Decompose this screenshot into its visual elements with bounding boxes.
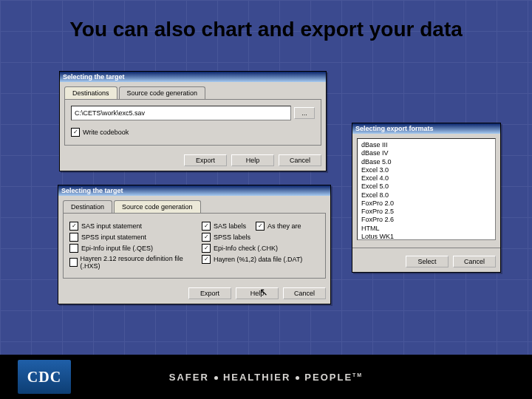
list-item[interactable]: FoxPro 2.6 [361, 216, 491, 224]
write-codebook-checkbox[interactable]: ✓ [71, 128, 80, 137]
astheyare-checkbox[interactable]: ✓ [256, 222, 265, 231]
titlebar: Selecting the target [60, 72, 326, 82]
tabstrip: Destination Source code generation [63, 200, 326, 214]
list-item[interactable]: Excel 4.0 [361, 174, 491, 183]
list-item[interactable]: dBase 5.0 [361, 158, 491, 166]
titlebar: Selecting the target [58, 185, 330, 196]
hayren-label: Hayren (%1,2) data file (.DAT) [214, 256, 302, 263]
export-button[interactable]: Export [188, 287, 231, 299]
dialog-export-formats: Selecting export formats dBase III dBase… [352, 123, 501, 273]
dot-icon [214, 376, 218, 380]
list-item[interactable]: FoxPro 2.5 [361, 208, 491, 216]
export-button[interactable]: Export [184, 154, 227, 166]
list-item[interactable]: dBase III [361, 141, 491, 149]
tagline-b: HEALTHIER [223, 372, 290, 383]
path-field[interactable]: C:\CETS\work\exc5.sav [71, 106, 291, 120]
browse-button[interactable]: ... [294, 107, 315, 119]
write-codebook-label: Write codebook [83, 129, 129, 136]
dialog-selecting-target-2: Selecting the target Destination Source … [58, 185, 331, 304]
hrs-label: Hayren 2.12 resource definition file (.H… [81, 255, 187, 270]
list-item[interactable]: FoxPro 2.0 [361, 200, 491, 208]
list-item[interactable]: Excel 3.0 [361, 166, 491, 174]
panel-source: ✓SAS input statement SPSS input statemen… [63, 214, 326, 279]
footer-bar: CDC SAFERHEALTHIERPEOPLETM [0, 355, 532, 399]
separator [352, 248, 500, 248]
list-item[interactable]: HTML [361, 225, 491, 233]
button-row: Export Help Cancel [58, 283, 330, 304]
epichk-label: Epi-Info check (.CHK) [214, 245, 278, 252]
tab-destinations[interactable]: Destinations [64, 86, 117, 99]
epi-checkbox[interactable] [69, 244, 78, 253]
tagline: SAFERHEALTHIERPEOPLETM [169, 372, 363, 383]
button-row: Export Help Cancel [60, 150, 326, 171]
col-right: ✓SAS labels ✓As they are ✓SPSS labels ✓E… [202, 219, 319, 272]
cancel-button[interactable]: Cancel [279, 154, 321, 166]
list-item[interactable]: dBase IV [361, 149, 491, 157]
dialog-selecting-target-1: Selecting the target Destinations Source… [59, 71, 327, 171]
spsslabels-label: SPSS labels [214, 233, 250, 241]
hrs-checkbox[interactable] [69, 258, 78, 267]
spss-label: SPSS input statement [81, 233, 146, 241]
dot-icon [296, 376, 299, 380]
list-item[interactable]: Excel 8.0 [361, 191, 491, 200]
hayren-checkbox[interactable]: ✓ [202, 255, 211, 264]
epi-label: Epi-Info input file (.QES) [81, 245, 153, 252]
tab-source-code[interactable]: Source code generation [119, 86, 206, 99]
trademark-icon: TM [352, 372, 363, 377]
sas-checkbox[interactable]: ✓ [69, 222, 78, 231]
slide: You can also chart and export your data … [0, 0, 532, 399]
format-listbox[interactable]: dBase III dBase IV dBase 5.0 Excel 3.0 E… [357, 138, 496, 240]
help-button[interactable]: Help [231, 154, 274, 166]
titlebar: Selecting export formats [352, 123, 500, 134]
saslabels-label: SAS labels [214, 222, 246, 230]
panel-destinations: C:\CETS\work\exc5.sav ... ✓ Write codebo… [64, 100, 321, 146]
slide-headline: You can also chart and export your data [0, 16, 532, 42]
list-item[interactable]: Lotus WK1 [361, 233, 491, 240]
astheyare-label: As they are [267, 222, 301, 230]
tab-destination[interactable]: Destination [63, 200, 112, 213]
cdc-logo: CDC [18, 360, 71, 394]
cursor-icon: ↖ [259, 286, 268, 298]
select-button[interactable]: Select [406, 256, 449, 267]
tagline-c: PEOPLE [304, 372, 352, 383]
tab-source-code[interactable]: Source code generation [114, 200, 201, 213]
cancel-button[interactable]: Cancel [453, 256, 496, 267]
spss-checkbox[interactable] [69, 233, 78, 242]
help-button[interactable]: Help [236, 287, 279, 299]
tagline-a: SAFER [169, 372, 209, 383]
sas-label: SAS input statement [81, 222, 142, 230]
tabstrip: Destinations Source code generation [64, 86, 321, 100]
saslabels-checkbox[interactable]: ✓ [202, 222, 211, 231]
spsslabels-checkbox[interactable]: ✓ [202, 233, 211, 242]
epichk-checkbox[interactable]: ✓ [202, 244, 211, 253]
col-left: ✓SAS input statement SPSS input statemen… [69, 219, 187, 272]
cancel-button[interactable]: Cancel [283, 287, 326, 299]
list-item[interactable]: Excel 5.0 [361, 183, 491, 191]
button-row: Select Cancel [352, 251, 500, 272]
